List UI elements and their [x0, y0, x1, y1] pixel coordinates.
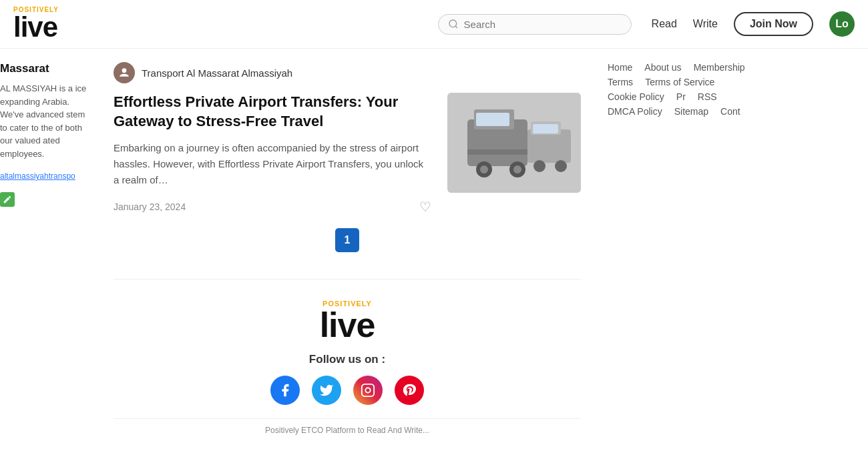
vehicle-illustration — [447, 93, 581, 193]
sidebar-left: Massarat AL MASSIYAH is a ice expanding … — [0, 49, 93, 455]
bottom-bar: Positively ETCO Platform to Read And Wri… — [114, 418, 581, 442]
join-now-button[interactable]: Join Now — [734, 12, 813, 36]
follow-text: Follow us on : — [127, 353, 568, 366]
sidebar-author-name: Massarat — [0, 62, 87, 75]
nav-membership[interactable]: Membership — [694, 62, 745, 73]
sidebar-body-text: AL MASSIYAH is a ice expanding Arabia. W… — [0, 82, 87, 160]
nav-privacy[interactable]: Pr — [676, 91, 686, 102]
footer-nav: Home About us Membership Terms Terms of … — [608, 62, 781, 117]
svg-rect-17 — [362, 384, 374, 396]
nav-write[interactable]: Write — [693, 18, 718, 30]
footer-logo: POSITIVELY live — [127, 300, 568, 342]
bottom-bar-text: Positively ETCO Platform to Read And Wri… — [265, 426, 429, 435]
nav-cookie-policy[interactable]: Cookie Policy — [608, 91, 664, 102]
article-excerpt: Embarking on a journey is often accompan… — [114, 140, 431, 188]
search-icon — [448, 19, 459, 29]
article-date: January 23, 2024 — [114, 201, 186, 212]
logo-live: live — [13, 13, 59, 41]
article-content: Effortless Private Airport Transfers: Yo… — [114, 93, 431, 215]
search-input[interactable] — [464, 19, 622, 30]
social-icons — [127, 376, 568, 405]
pinterest-icon[interactable] — [395, 376, 424, 405]
footer-section: POSITIVELY live Follow us on : — [114, 279, 581, 418]
login-button[interactable]: Lo — [829, 11, 855, 37]
sidebar-link[interactable]: altalmassiyahtranspo — [0, 171, 75, 181]
nav-about[interactable]: About us — [644, 62, 681, 73]
svg-point-0 — [449, 20, 457, 27]
svg-rect-15 — [476, 113, 509, 126]
footer-logo-live: live — [127, 308, 568, 342]
nav-read[interactable]: Read — [652, 18, 677, 30]
pagination: 1 — [114, 228, 581, 252]
article-title: Effortless Private Airport Transfers: Yo… — [114, 93, 431, 131]
nav-dmca[interactable]: DMCA Policy — [608, 106, 662, 117]
nav-home[interactable]: Home — [608, 62, 632, 73]
article-area: Transport Al Massarat Almassiyah Effortl… — [93, 49, 601, 455]
logo: POSITIVELY live — [13, 7, 59, 41]
svg-point-14 — [555, 160, 567, 172]
nav-contact[interactable]: Cont — [720, 106, 740, 117]
main-layout: Massarat AL MASSIYAH is a ice expanding … — [0, 49, 868, 455]
like-button[interactable]: ♡ — [419, 199, 431, 215]
svg-point-10 — [513, 165, 521, 173]
nav-sitemap[interactable]: Sitemap — [674, 106, 708, 117]
twitter-icon[interactable] — [312, 376, 341, 405]
header: POSITIVELY live Read Write Join Now Lo — [0, 0, 868, 49]
article-author-row: Transport Al Massarat Almassiyah — [114, 62, 581, 83]
author-name: Transport Al Massarat Almassiyah — [142, 67, 292, 79]
article-image — [447, 93, 581, 193]
nav-terms-short[interactable]: Terms — [608, 77, 633, 87]
svg-point-8 — [480, 165, 488, 173]
nav-terms-service[interactable]: Terms of Service — [645, 77, 714, 87]
header-nav: Read Write Join Now Lo — [652, 11, 855, 37]
svg-rect-6 — [467, 149, 527, 155]
author-avatar — [114, 62, 135, 83]
svg-line-1 — [455, 26, 457, 28]
sidebar-right: Home About us Membership Terms Terms of … — [601, 49, 788, 455]
page-1-button[interactable]: 1 — [335, 228, 359, 252]
article-meta: January 23, 2024 ♡ — [114, 199, 431, 215]
edit-icon — [0, 192, 15, 207]
nav-rss[interactable]: RSS — [698, 91, 717, 102]
search-bar[interactable] — [438, 14, 632, 35]
svg-rect-16 — [533, 124, 558, 133]
instagram-icon[interactable] — [353, 376, 383, 405]
facebook-icon[interactable] — [270, 376, 300, 405]
article-card: Effortless Private Airport Transfers: Yo… — [114, 93, 581, 215]
svg-point-13 — [533, 160, 546, 172]
svg-point-2 — [122, 68, 127, 73]
